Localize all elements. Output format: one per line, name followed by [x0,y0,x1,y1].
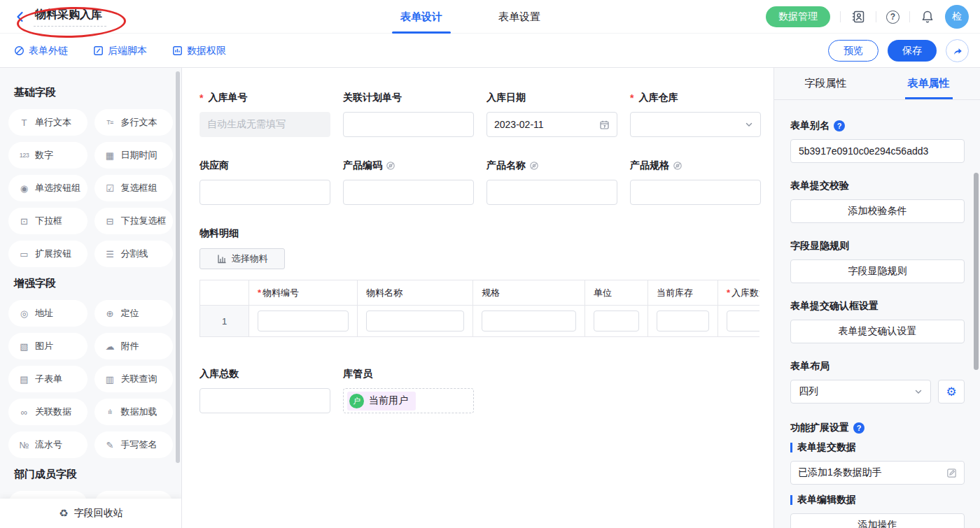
header-tabs: 表单设计 表单设置 [392,0,549,34]
field-pill-number[interactable]: 123数字 [8,142,88,169]
product-name-input[interactable] [486,180,617,205]
bar-chart-icon [217,254,227,264]
add-validation-button[interactable]: 添加校验条件 [790,199,965,223]
help-badge-icon[interactable]: ? [853,422,864,434]
field-total[interactable]: 入库总数 [200,368,330,413]
field-supplier[interactable]: 供应商 [200,159,330,205]
field-pill-signature[interactable]: ✎手写签名 [94,431,174,458]
field-pill-geolocation[interactable]: ⊕定位 [94,300,174,327]
field-warehouse[interactable]: 入库仓库 [630,92,761,137]
data-permission-link[interactable]: 数据权限 [172,45,226,57]
visibility-rule-button[interactable]: 字段显隐规则 [790,259,965,283]
select-material-button[interactable]: 选择物料 [200,248,285,269]
material-code-input[interactable] [258,311,349,331]
field-pill-serial-number[interactable]: №流水号 [8,431,88,458]
col-current-stock: 当前库存 [648,280,718,306]
field-pill-extend-button[interactable]: ▭扩展按钮 [8,241,88,267]
field-recycle-bin[interactable]: ♻ 字段回收站 [0,499,182,528]
spec-input[interactable] [482,311,576,331]
product-code-input[interactable] [343,180,474,205]
field-product-spec[interactable]: 产品规格 [630,159,761,205]
subform-table: 物料编号 物料名称 规格 单位 当前库存 入库数量 1 [200,280,760,337]
product-spec-input[interactable] [630,180,761,205]
field-product-name[interactable]: 产品名称 [486,159,617,205]
field-pill-divider[interactable]: ☰分割线 [94,241,174,267]
field-pill-address[interactable]: ◎地址 [8,300,88,327]
field-pill-multi-dropdown[interactable]: ⊟下拉复选框 [94,208,174,234]
field-pill-datetime[interactable]: ▦日期时间 [94,142,174,169]
material-detail-subform: 物料明细 选择物料 物料编号 物料名称 规格 单位 当前库存 入库数量 1 [200,227,774,337]
share-button[interactable] [946,39,969,62]
save-button[interactable]: 保存 [888,40,937,62]
location-pin-icon: ◎ [18,308,30,319]
backend-script-link[interactable]: 后端脚本 [93,45,147,57]
col-material-code: 物料编号 [249,280,358,306]
field-pill-checkbox-group[interactable]: ☑复选框组 [94,175,174,201]
current-stock-input[interactable] [657,311,709,331]
supplier-input[interactable] [200,180,330,205]
form-external-link[interactable]: 表单外链 [14,45,68,57]
panel-body: 表单别名 ? 5b3917e0910c0e294c56add3 表单提交校验 添… [774,100,980,528]
keeper-member-box[interactable]: 户 当前用户 [343,388,474,413]
inbound-date-input[interactable]: 2023-02-11 [486,112,617,137]
inbound-no-input[interactable]: 自动生成无需填写 [200,112,330,137]
material-name-input[interactable] [366,311,464,331]
form-canvas: 入库单号 自动生成无需填写 关联计划单号 入库日期 2023-02-11 入库仓… [183,68,774,528]
help-icon[interactable]: ? [886,10,899,24]
form-row-3: 入库总数 库管员 户 当前用户 [200,368,774,413]
back-icon[interactable] [14,10,27,23]
submit-data-box: 已添加1条数据助手 [790,461,965,485]
field-keeper[interactable]: 库管员 户 当前用户 [343,368,474,413]
field-pill-data-load[interactable]: ılı数据加载 [94,399,174,425]
field-pill-image[interactable]: ▧图片 [8,333,88,359]
user-avatar[interactable]: 检 [945,5,969,29]
field-pill-dropdown[interactable]: ⊡下拉框 [8,208,88,234]
unit-input[interactable] [594,311,639,331]
field-pill-radio-group[interactable]: ◉单选按钮组 [8,175,88,201]
share-arrow-icon [952,45,963,57]
field-inbound-date[interactable]: 入库日期 2023-02-11 [486,92,617,137]
field-pill-subform[interactable]: ▤子表单 [8,366,88,392]
warehouse-select[interactable] [630,112,761,137]
field-inbound-no[interactable]: 入库单号 自动生成无需填写 [200,92,330,137]
inbound-qty-input[interactable] [727,311,760,331]
field-pill-linked-data[interactable]: ∞关联数据 [8,399,88,425]
sidebar-scrollbar[interactable] [176,71,180,463]
plan-no-input[interactable] [343,112,474,137]
tab-form-settings[interactable]: 表单设置 [490,0,549,34]
preview-button[interactable]: 预览 [828,40,878,62]
permission-icon [172,45,183,56]
tab-form-design[interactable]: 表单设计 [392,0,451,34]
subform-data-row: 1 [200,306,760,336]
layout-row: 四列 ⚙ [790,380,965,404]
col-spec: 规格 [473,280,585,306]
tab-form-properties[interactable]: 表单属性 [877,68,980,99]
field-pill-attachment[interactable]: ☁附件 [94,333,174,359]
layout-settings-button[interactable]: ⚙ [938,380,965,404]
contact-book-icon[interactable] [850,9,866,24]
script-icon [93,45,104,56]
data-manage-button[interactable]: 数据管理 [766,6,830,27]
field-plan-no[interactable]: 关联计划单号 [343,92,474,137]
notification-bell-icon[interactable] [920,9,935,24]
field-pill-linked-query[interactable]: ▥关联查询 [94,366,174,392]
alias-input[interactable]: 5b3917e0910c0e294c56add3 [790,139,965,163]
calendar-icon: ▦ [104,150,116,161]
current-user-tag[interactable]: 户 当前用户 [347,392,416,411]
confirm-label: 表单提交确认框设置 [790,300,965,313]
field-pill-multi-text[interactable]: T≡多行文本 [94,109,174,136]
submit-confirm-button[interactable]: 表单提交确认设置 [790,320,965,343]
form-row-1: 入库单号 自动生成无需填写 关联计划单号 入库日期 2023-02-11 入库仓… [200,92,774,137]
add-operation-button[interactable]: 添加操作 [790,513,965,528]
row-number: 1 [200,306,249,336]
total-input[interactable] [200,388,330,413]
form-title[interactable]: 物料采购入库 [34,6,106,27]
panel-scrollbar[interactable] [974,173,979,370]
layout-select[interactable]: 四列 [790,380,931,404]
edit-icon[interactable] [946,468,957,478]
help-badge-icon[interactable]: ? [834,120,845,131]
tab-field-properties[interactable]: 字段属性 [774,68,877,99]
field-pill-single-text[interactable]: T单行文本 [8,109,88,136]
dropdown-icon: ⊡ [18,216,30,227]
field-product-code[interactable]: 产品编码 [343,159,474,205]
